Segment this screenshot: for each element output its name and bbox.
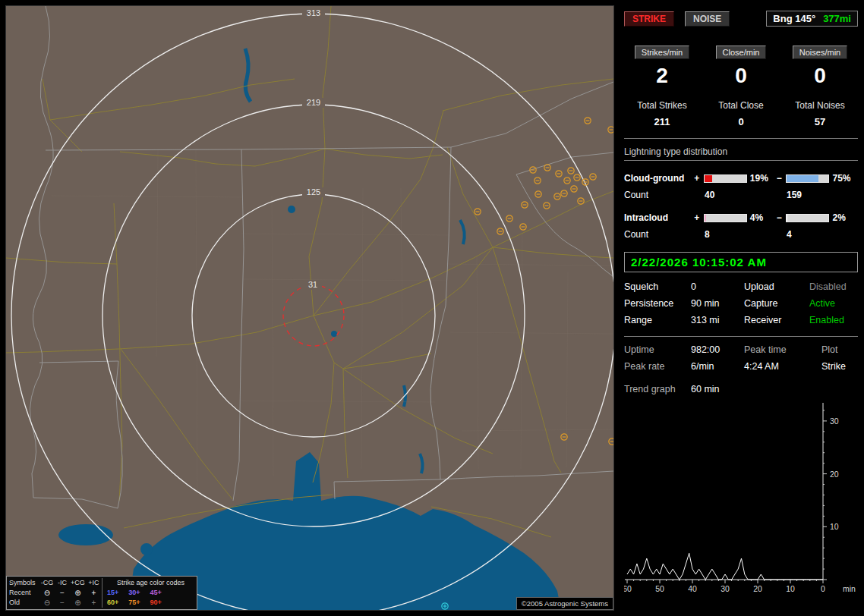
trend-graph: 6050403020100102030min (624, 401, 858, 598)
svg-text:30: 30 (830, 416, 839, 426)
cloud-ground-negative-pct: 75% (832, 173, 858, 184)
range-label: Range (624, 315, 691, 325)
range-value: 313 mi (691, 315, 744, 325)
total-strikes-label: Total Strikes (624, 100, 700, 111)
legend-old-label: Old (9, 598, 39, 608)
neg-ic-old-strike-icon: − (55, 598, 70, 608)
count-label: Count (624, 229, 694, 240)
upload-status: Disabled (809, 281, 858, 292)
strike-button[interactable]: STRIKE (624, 11, 674, 27)
capture-status: Active (809, 298, 858, 309)
svg-text:20: 20 (830, 470, 839, 479)
trend-graph-svg: 6050403020100102030min (624, 401, 861, 595)
status-panel: STRIKE NOISE Bng 145° 377mi Strikes/min … (620, 0, 864, 616)
receiver-status: Enabled (809, 315, 858, 325)
pos-ic-old-strike-icon: + (86, 598, 102, 608)
peak-time-value: 4:24 AM (744, 361, 821, 372)
svg-text:0: 0 (821, 584, 825, 593)
noise-button[interactable]: NOISE (685, 11, 730, 27)
intracloud-label: Intracloud (624, 212, 693, 223)
intracloud-negative-count: 4 (776, 229, 792, 240)
age-code-75: 75+ (128, 598, 140, 608)
svg-text:40: 40 (688, 584, 697, 593)
cloud-ground-label: Cloud-ground (624, 173, 693, 184)
total-close-value: 0 (703, 116, 779, 127)
strikes-rate-column: Strikes/min 2 Total Strikes 211 (624, 45, 700, 127)
noises-rate-column: Noises/min 0 Total Noises 57 (782, 45, 858, 127)
cloud-ground-positive-bar (704, 174, 747, 183)
plot-label: Plot (821, 344, 858, 355)
age-code-45: 45+ (150, 588, 162, 598)
strikes-per-min-value: 2 (624, 64, 700, 88)
intracloud-negative-bar (786, 214, 829, 222)
age-code-60: 60+ (107, 598, 118, 608)
svg-text:10: 10 (830, 522, 839, 531)
svg-text:60: 60 (624, 584, 632, 593)
legend-col-neg-cg: -CG (39, 578, 55, 588)
svg-text:10: 10 (786, 584, 795, 593)
map-legend: Symbols -CG -IC +CG +IC Strike age color… (6, 576, 197, 610)
close-per-min-value: 0 (703, 64, 779, 88)
legend-col-neg-ic: -IC (55, 578, 70, 588)
total-strikes-value: 211 (624, 116, 700, 127)
cloud-ground-negative-count: 159 (776, 190, 802, 200)
uptime-value: 982:00 (691, 344, 744, 355)
cloud-ground-positive-pct: 19% (750, 173, 776, 184)
strike-map-area[interactable]: 313 219 125 31 Symbols -CG -IC +CG +IC S… (6, 6, 613, 610)
uptime-label: Uptime (624, 344, 691, 355)
svg-text:min: min (843, 584, 856, 593)
total-close-label: Total Close (703, 100, 779, 111)
range-ring-label-outer: 313 (307, 8, 320, 17)
svg-text:50: 50 (655, 584, 664, 593)
trend-graph-window: 60 min (691, 384, 720, 394)
legend-age-header: Strike age color codes (102, 578, 194, 588)
range-ring-label-second: 219 (307, 98, 320, 107)
count-label: Count (624, 190, 694, 200)
map-svg[interactable]: 313 219 125 31 (6, 6, 613, 610)
bar-fill (705, 215, 706, 222)
lightning-monitor-window: 313 219 125 31 Symbols -CG -IC +CG +IC S… (0, 0, 864, 616)
noises-per-min-value: 0 (782, 64, 858, 88)
cloud-ground-negative-bar (786, 174, 829, 183)
capture-label: Capture (744, 298, 809, 309)
bar-fill (787, 175, 818, 182)
cloud-ground-positive-count: 40 (694, 190, 776, 200)
close-rate-column: Close/min 0 Total Close 0 (703, 45, 779, 127)
pos-cg-old-strike-icon: ⊕ (70, 598, 86, 608)
bearing-label: Bng 145° (773, 13, 815, 24)
range-ring-label-third: 125 (307, 187, 320, 196)
intracloud-negative-pct: 2% (832, 212, 858, 223)
upload-label: Upload (744, 281, 809, 292)
age-code-30: 30+ (128, 588, 140, 598)
cloud-ground-count-row: Count 40 159 (624, 187, 858, 203)
datetime-display: 2/22/2026 10:15:02 AM (624, 252, 858, 272)
bearing-box: Bng 145° 377mi (766, 11, 858, 27)
squelch-value: 0 (691, 281, 744, 292)
squelch-label: Squelch (624, 281, 691, 292)
strikes-per-min-chip[interactable]: Strikes/min (635, 46, 689, 59)
legend-col-pos-cg: +CG (70, 578, 86, 588)
close-per-min-chip[interactable]: Close/min (716, 46, 767, 59)
range-ring-label-inner: 31 (308, 280, 317, 289)
minus-sign: − (775, 173, 783, 184)
bar-fill (787, 215, 787, 222)
legend-recent-label: Recent (9, 588, 39, 598)
plot-value: Strike (821, 361, 858, 372)
svg-text:20: 20 (753, 584, 762, 593)
noises-per-min-chip[interactable]: Noises/min (793, 46, 847, 59)
trend-graph-label: Trend graph (624, 384, 691, 394)
pos-ic-strike-icon: + (86, 588, 102, 598)
legend-symbols-header: Symbols (9, 578, 39, 588)
persistence-value: 90 min (691, 298, 744, 309)
panel-header: STRIKE NOISE Bng 145° 377mi (624, 11, 858, 27)
persistence-label: Persistence (624, 298, 691, 309)
age-code-90: 90+ (150, 598, 162, 608)
intracloud-positive-count: 8 (694, 229, 776, 240)
plus-sign: + (693, 173, 701, 184)
pos-cg-strike-icon: ⊕ (70, 588, 86, 598)
neg-ic-strike-icon: − (55, 588, 70, 598)
neg-cg-strike-icon: ⊖ (39, 588, 55, 598)
legend-col-pos-ic: +IC (86, 578, 102, 588)
copyright-notice: ©2005 Astrogenic Systems (516, 597, 613, 610)
divider (624, 138, 858, 139)
